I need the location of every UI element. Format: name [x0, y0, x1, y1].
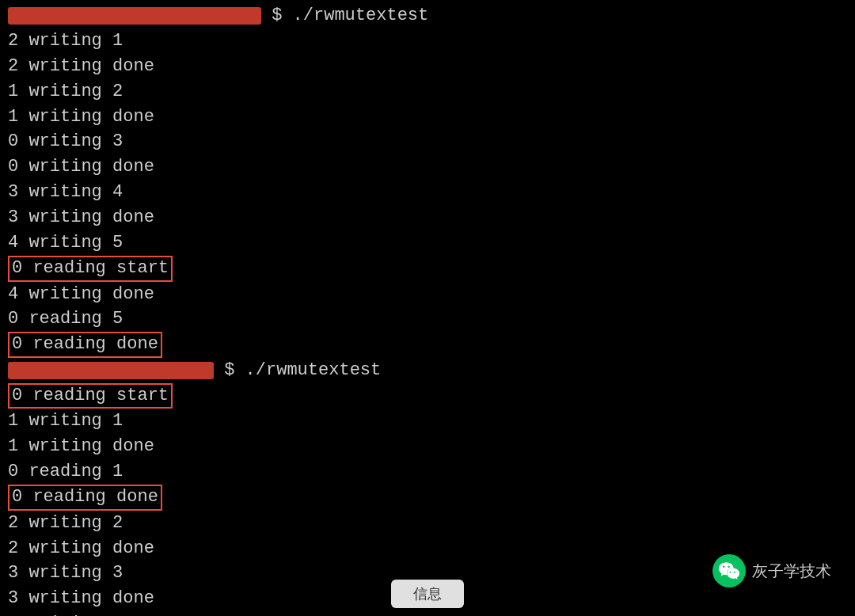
line-writing-done1b: 1 writing done: [8, 434, 847, 459]
line-writing4b: 0 writing 4: [8, 611, 847, 616]
line-writing-done4: 3 writing done: [8, 205, 847, 230]
wechat-icon: [712, 554, 746, 587]
watermark-label: 灰子学技术: [752, 561, 831, 582]
prompt2-text: $ ./rwmutextest: [214, 358, 381, 383]
line-reading-start-2: 0 reading start: [8, 383, 847, 409]
line-reading-start-1: 0 reading start: [8, 256, 847, 282]
redacted-bar-1: [8, 7, 261, 25]
line-reading1: 0 reading 1: [8, 459, 847, 485]
line-reading-done-1: 0 reading done: [8, 332, 847, 358]
terminal: $ ./rwmutextest 2 writing 1 2 writing do…: [0, 0, 855, 616]
line-writing4: 3 writing 4: [8, 180, 847, 205]
redacted-bar-2: [8, 362, 214, 379]
first-prompt-line: $ ./rwmutextest: [8, 3, 847, 29]
watermark: 灰子学技术: [712, 554, 831, 587]
line-writing-done3: 0 writing done: [8, 154, 847, 180]
line-writing2b: 2 writing 2: [8, 511, 847, 536]
second-prompt-line: $ ./rwmutextest: [8, 358, 847, 383]
info-button[interactable]: 信息: [391, 580, 464, 608]
line-writing-done1: 2 writing done: [8, 54, 847, 79]
line-reading5: 0 reading 5: [8, 306, 847, 332]
line-writing-done5: 4 writing done: [8, 282, 847, 307]
line-writing1: 2 writing 1: [8, 29, 847, 54]
line-writing2: 1 writing 2: [8, 79, 847, 105]
line-writing-done2: 1 writing done: [8, 105, 847, 130]
line-writing5: 4 writing 5: [8, 230, 847, 256]
prompt1-text: $ ./rwmutextest: [261, 3, 428, 29]
line-reading-done-2: 0 reading done: [8, 485, 847, 511]
line-writing1b: 1 writing 1: [8, 409, 847, 434]
line-writing3: 0 writing 3: [8, 129, 847, 154]
